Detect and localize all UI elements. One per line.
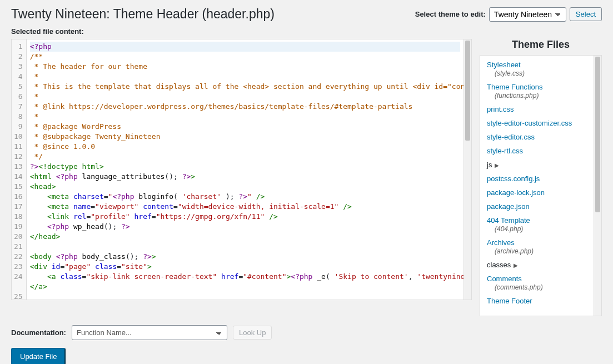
code-line[interactable]: */ xyxy=(30,152,460,162)
theme-select-label: Select theme to edit: xyxy=(415,10,486,18)
code-line[interactable]: * The header for our theme xyxy=(30,62,460,72)
file-item[interactable]: postcss.config.js xyxy=(480,172,594,186)
code-line[interactable]: <link rel="profile" href="https://gmpg.o… xyxy=(30,212,460,222)
file-item[interactable]: classes ▶ xyxy=(480,258,594,272)
code-line[interactable]: * @since 1.0.0 xyxy=(30,142,460,152)
code-line[interactable]: * @subpackage Twenty_Nineteen xyxy=(30,132,460,142)
file-item[interactable]: style-editor-customizer.css xyxy=(480,116,594,130)
code-line[interactable]: <html <?php language_attributes(); ?>> xyxy=(30,172,460,182)
code-line[interactable]: <meta charset="<?php bloginfo( 'charset'… xyxy=(30,192,460,202)
code-line[interactable]: <head> xyxy=(30,182,460,192)
file-item[interactable]: Comments(comments.php) xyxy=(480,272,594,294)
code-line[interactable]: <a class="skip-link screen-reader-text" … xyxy=(30,272,460,282)
code-line[interactable]: * xyxy=(30,112,460,122)
code-line[interactable]: * xyxy=(30,92,460,102)
code-line[interactable]: <meta name="viewport" content="width=dev… xyxy=(30,202,460,212)
documentation-label: Documentation: xyxy=(11,328,66,337)
file-item[interactable]: style-rtl.css xyxy=(480,144,594,158)
file-item[interactable]: style-editor.css xyxy=(480,130,594,144)
lookup-button[interactable]: Look Up xyxy=(233,326,272,340)
code-line[interactable]: * @package WordPress xyxy=(30,122,460,132)
function-select[interactable]: Function Name... xyxy=(72,325,227,340)
update-file-button[interactable]: Update File xyxy=(11,348,66,364)
code-line[interactable]: </head> xyxy=(30,232,460,242)
selected-file-label: Selected file content: xyxy=(11,27,602,36)
file-item[interactable]: Theme Footer xyxy=(480,294,594,308)
code-line[interactable]: * @link https://developer.wordpress.org/… xyxy=(30,102,460,112)
code-line[interactable]: * xyxy=(30,72,460,82)
file-item[interactable]: print.css xyxy=(480,102,594,116)
code-line[interactable] xyxy=(30,292,460,300)
file-item[interactable]: js ▶ xyxy=(480,158,594,172)
code-line[interactable]: <div id="page" class="site"> xyxy=(30,262,460,272)
file-item[interactable]: Stylesheet(style.css) xyxy=(480,58,594,80)
files-scrollbar[interactable] xyxy=(594,56,601,316)
file-item[interactable]: Archives(archive.php) xyxy=(480,236,594,258)
theme-files-title: Theme Files xyxy=(480,39,602,51)
theme-select[interactable]: Twenty Nineteen xyxy=(489,7,566,22)
code-line[interactable]: <?php xyxy=(30,42,460,52)
code-line[interactable]: <body <?php body_class(); ?>> xyxy=(30,252,460,262)
file-item[interactable]: Theme Functions(functions.php) xyxy=(480,80,594,102)
code-line[interactable]: * This is the template that displays all… xyxy=(30,82,460,92)
page-title: Twenty Nineteen: Theme Header (header.ph… xyxy=(11,7,275,22)
code-line[interactable]: </a> xyxy=(30,282,460,292)
file-item[interactable]: 404 Template(404.php) xyxy=(480,213,594,236)
chevron-right-icon: ▶ xyxy=(512,262,518,268)
chevron-right-icon: ▶ xyxy=(493,162,499,168)
code-line[interactable]: <?php wp_head(); ?> xyxy=(30,222,460,232)
code-line[interactable]: ?><!doctype html> xyxy=(30,162,460,172)
file-item[interactable]: package.json xyxy=(480,200,594,213)
code-line[interactable]: /** xyxy=(30,52,460,62)
select-button[interactable]: Select xyxy=(570,7,602,21)
code-editor[interactable]: 1234567891011121314151617181920212223242… xyxy=(11,39,472,300)
code-line[interactable] xyxy=(30,242,460,252)
line-gutter: 1234567891011121314151617181920212223242… xyxy=(12,39,27,300)
file-item[interactable]: package-lock.json xyxy=(480,186,594,200)
editor-scrollbar[interactable] xyxy=(464,39,471,300)
